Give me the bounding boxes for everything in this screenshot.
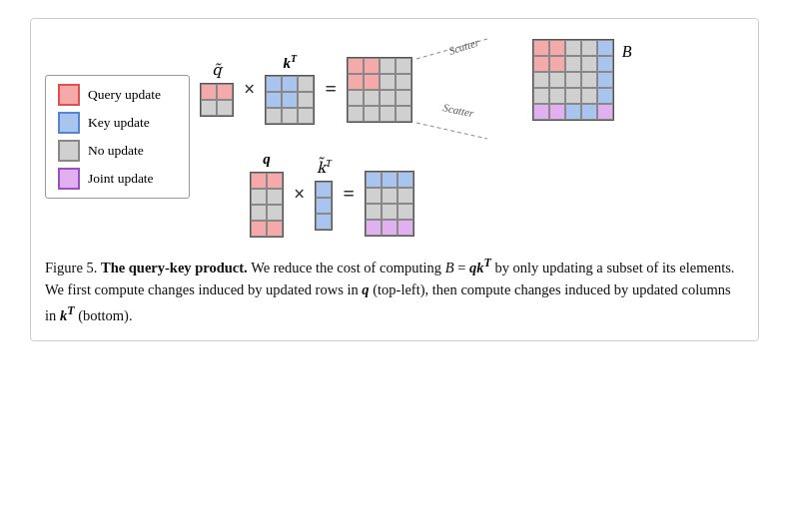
cell <box>298 76 314 92</box>
joint-label: Joint update <box>88 171 154 187</box>
key-label: Key update <box>88 115 150 131</box>
svg-line-1 <box>416 123 487 139</box>
cell <box>364 58 380 74</box>
diagram-area: Query update Key update No update Joint … <box>45 35 744 238</box>
cell <box>549 40 565 56</box>
cell <box>316 214 332 230</box>
noupdate-label: No update <box>88 143 144 159</box>
cell <box>251 189 267 205</box>
cell <box>565 104 581 120</box>
cell <box>565 88 581 104</box>
noupdate-swatch <box>58 140 80 162</box>
top-row: q̃ × kT <box>200 35 744 139</box>
legend: Query update Key update No update Joint … <box>45 75 190 199</box>
cell <box>549 104 565 120</box>
figure-num: Figure 5. <box>45 260 97 275</box>
cell <box>348 58 364 74</box>
cell <box>366 172 382 188</box>
cell <box>533 72 549 88</box>
cell <box>266 76 282 92</box>
cell <box>217 84 233 100</box>
cell <box>364 74 380 90</box>
cell <box>382 188 397 204</box>
cell <box>597 56 613 72</box>
cell <box>533 40 549 56</box>
equals-operator-top: = <box>325 78 336 101</box>
q-tilde-matrix <box>200 83 234 117</box>
cell <box>533 104 549 120</box>
times-operator-bottom: × <box>294 183 305 206</box>
q-bottom-matrix <box>250 172 284 238</box>
key-swatch <box>58 112 80 134</box>
scatter-label-bottom: Scatter <box>441 101 475 119</box>
cell <box>364 90 380 106</box>
legend-item-noupdate: No update <box>58 140 177 162</box>
cell <box>581 40 597 56</box>
cell <box>597 72 613 88</box>
kT-label: kT <box>284 53 298 72</box>
cell <box>382 172 397 188</box>
q-tilde-label: q̃ <box>212 61 222 79</box>
cell <box>217 100 233 116</box>
cell <box>201 100 217 116</box>
cell <box>533 88 549 104</box>
cell <box>581 72 597 88</box>
cell <box>266 92 282 108</box>
result-bottom-matrix <box>365 171 414 237</box>
cell <box>549 56 565 72</box>
cell <box>282 108 298 124</box>
cell <box>364 106 380 122</box>
cell <box>397 172 413 188</box>
cell <box>597 88 613 104</box>
cell <box>267 173 283 189</box>
cell <box>581 88 597 104</box>
cell <box>395 90 411 106</box>
cell <box>251 221 267 237</box>
cell <box>397 220 413 236</box>
cell <box>348 90 364 106</box>
cell <box>597 104 613 120</box>
joint-swatch <box>58 168 80 190</box>
result-top-matrix <box>347 57 412 123</box>
cell <box>382 220 397 236</box>
cell <box>251 173 267 189</box>
cell <box>565 56 581 72</box>
cell <box>565 40 581 56</box>
cell <box>597 40 613 56</box>
query-swatch <box>58 84 80 106</box>
scatter-svg: Scatter Scatter <box>412 39 532 139</box>
cell <box>298 108 314 124</box>
cell <box>397 204 413 220</box>
cell <box>201 84 217 100</box>
cell <box>366 220 382 236</box>
cell <box>380 74 395 90</box>
cell <box>395 74 411 90</box>
caption-title: The query-key product. <box>101 260 248 275</box>
cell <box>298 92 314 108</box>
cell <box>549 88 565 104</box>
cell <box>549 72 565 88</box>
kT-matrix <box>265 75 315 125</box>
cell <box>380 90 395 106</box>
cell <box>533 56 549 72</box>
kt2-matrix <box>315 181 333 231</box>
right-diagrams: q̃ × kT <box>200 35 744 238</box>
cell <box>581 104 597 120</box>
cell <box>382 204 397 220</box>
cell <box>348 106 364 122</box>
b-label: B <box>622 43 632 61</box>
cell <box>348 74 364 90</box>
bottom-row: q × <box>200 151 744 238</box>
cell <box>316 198 332 214</box>
legend-item-query: Query update <box>58 84 177 106</box>
equals-operator-bottom: = <box>343 183 354 206</box>
cell <box>581 56 597 72</box>
cell <box>380 106 395 122</box>
cell <box>366 204 382 220</box>
cell <box>267 205 283 221</box>
cell <box>251 205 267 221</box>
figure-box: Query update Key update No update Joint … <box>30 18 759 341</box>
cell <box>267 189 283 205</box>
kt2-label: k̃T <box>317 158 332 177</box>
big-b-matrix <box>532 39 614 121</box>
